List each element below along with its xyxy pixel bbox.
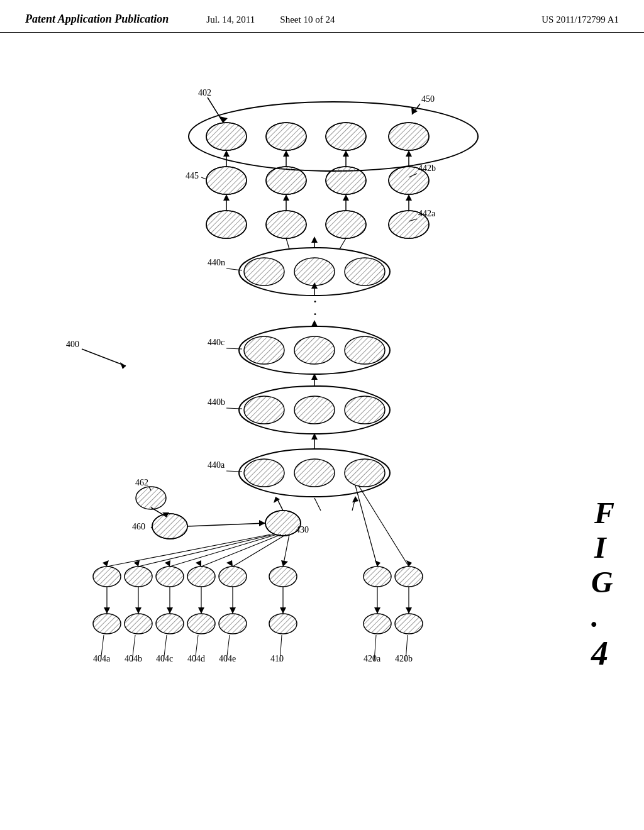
svg-line-90 [314,498,321,511]
svg-point-133 [395,614,423,634]
svg-point-64 [244,336,284,364]
svg-marker-101 [259,520,265,526]
label-400: 400 [66,340,79,349]
svg-line-100 [187,523,265,526]
label-404a: 404a [93,654,111,663]
label-442a: 442a [418,209,436,218]
svg-marker-42 [223,194,230,201]
svg-marker-92 [352,496,358,502]
svg-point-82 [345,459,385,487]
label-440c: 440c [208,338,225,347]
publication-date: Jul. 14, 2011 [206,14,255,25]
svg-point-103 [125,567,152,587]
svg-point-104 [156,567,184,587]
svg-line-31 [201,177,206,179]
svg-point-51 [244,258,284,285]
svg-marker-115 [165,560,170,567]
svg-text:.: . [591,600,599,633]
svg-point-102 [93,567,121,587]
svg-text:4: 4 [591,634,608,672]
svg-point-131 [269,614,297,634]
svg-point-65 [294,336,335,364]
svg-marker-119 [226,560,233,567]
svg-line-98 [151,507,167,517]
svg-line-57 [340,238,346,249]
label-404d: 404d [187,654,205,663]
svg-point-75 [345,396,385,424]
svg-marker-149 [406,607,412,614]
svg-marker-121 [281,560,288,567]
label-440b: 440b [208,397,225,407]
svg-text:·: · [313,306,317,322]
svg-point-73 [244,396,284,424]
svg-point-105 [187,567,215,587]
svg-point-109 [395,567,423,587]
svg-line-56 [286,238,289,249]
svg-point-74 [294,396,335,424]
svg-marker-46 [343,194,349,201]
svg-marker-135 [104,607,110,614]
svg-line-70 [82,349,126,366]
svg-text:I: I [594,531,608,564]
svg-marker-145 [280,607,286,614]
svg-point-127 [125,614,152,634]
svg-marker-137 [135,607,142,614]
svg-marker-55 [311,236,318,243]
svg-point-66 [345,336,385,364]
svg-point-80 [244,459,284,487]
label-440a: 440a [208,460,225,470]
svg-marker-71 [120,362,126,369]
svg-marker-139 [167,607,173,614]
label-402: 402 [198,88,211,97]
svg-point-130 [219,614,247,634]
svg-point-52 [294,258,335,285]
sheet-info: Sheet 10 of 24 [280,14,335,25]
svg-point-108 [364,567,391,587]
svg-point-53 [345,258,385,285]
svg-text:G: G [591,565,613,599]
svg-point-128 [156,614,184,634]
label-440n: 440n [208,258,225,267]
svg-marker-143 [230,607,236,614]
svg-point-81 [294,459,335,487]
label-430: 430 [296,525,309,534]
figure-label: F [594,496,614,529]
svg-line-112 [138,534,274,567]
label-442b: 442b [418,163,436,173]
label-420b: 420b [395,654,413,663]
label-460: 460 [132,522,145,531]
svg-marker-141 [198,607,204,614]
svg-marker-123 [375,560,380,567]
svg-marker-147 [374,607,380,614]
diagram-area: 402 450 445 442b [0,33,644,800]
label-404b: 404b [125,654,142,663]
svg-point-107 [269,567,297,587]
page-header: Patent Application Publication Jul. 14, … [0,0,644,33]
svg-point-106 [219,567,247,587]
label-420a: 420a [364,654,381,663]
label-445: 445 [186,171,199,180]
svg-point-132 [364,614,391,634]
svg-marker-111 [103,560,109,567]
publication-title: Patent Application Publication [25,13,169,26]
label-410: 410 [270,654,284,663]
svg-marker-117 [196,560,201,567]
svg-marker-48 [406,194,412,201]
label-450: 450 [421,94,435,104]
svg-marker-44 [283,194,289,201]
svg-line-114 [170,534,277,567]
svg-line-110 [107,534,270,567]
svg-point-126 [93,614,121,634]
svg-point-129 [187,614,215,634]
patent-number: US 2011/172799 A1 [541,14,619,25]
label-462: 462 [135,478,148,487]
